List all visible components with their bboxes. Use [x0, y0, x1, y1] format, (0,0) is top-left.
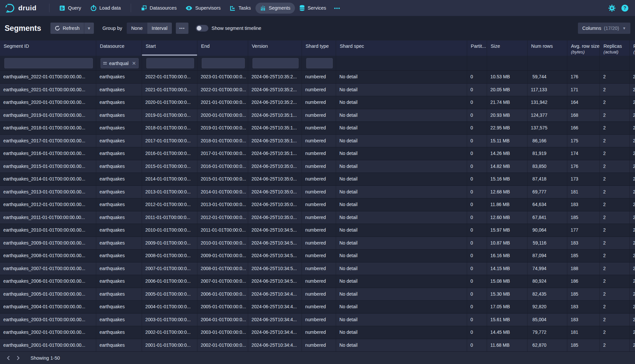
cell-segment_id: earthquakes_2018-01-01T00:00:00.00...	[0, 122, 96, 134]
cell-replicated: 2	[630, 173, 635, 185]
table-row[interactable]: earthquakes_2016-01-01T00:00:00.00...ear…	[0, 147, 635, 160]
toolbar-more-button[interactable]: •••	[176, 23, 188, 34]
header-version[interactable]: Version	[248, 40, 302, 56]
end-filter-input[interactable]	[202, 58, 245, 68]
cell-segment_id: earthquakes_2020-01-01T00:00:00.00...	[0, 96, 96, 109]
segment-id-filter-input[interactable]	[4, 58, 93, 68]
table-row[interactable]: earthquakes_2011-01-01T00:00:00.00...ear…	[0, 211, 635, 224]
cell-size: 20.93 MB	[487, 109, 528, 122]
group-by-none-button[interactable]: None	[127, 23, 147, 34]
cell-size: 14.45 MB	[487, 326, 528, 339]
cell-replicas: 2	[600, 339, 630, 352]
table-row[interactable]: earthquakes_2018-01-01T00:00:00.00...ear…	[0, 122, 635, 135]
cell-end: 2014-01-01T00:00:0...	[197, 186, 248, 198]
cell-version: 2024-06-25T10:35:0...	[248, 160, 302, 173]
services-icon	[300, 5, 305, 11]
cell-shard_type: numbered	[302, 275, 336, 288]
cell-version: 2024-06-25T10:35:0...	[248, 173, 302, 185]
cell-shard_spec: No detail	[336, 224, 467, 237]
previous-page-button[interactable]	[3, 353, 13, 363]
navbar-divider	[49, 4, 49, 12]
cell-datasource: earthquakes	[96, 96, 142, 109]
columns-button[interactable]: Columns (17/20) ▼	[578, 23, 630, 34]
table-row[interactable]: earthquakes_2010-01-01T00:00:00.00...ear…	[0, 224, 635, 237]
table-row[interactable]: earthquakes_2001-01-01T00:00:00.00...ear…	[0, 339, 635, 352]
table-row[interactable]: earthquakes_2009-01-01T00:00:00.00...ear…	[0, 237, 635, 250]
nav-item-datasources[interactable]: Datasources	[136, 3, 181, 14]
table-row[interactable]: earthquakes_2021-01-01T00:00:00.00...ear…	[0, 84, 635, 97]
segment-timeline-toggle[interactable]	[196, 25, 208, 32]
cell-shard_type: numbered	[302, 186, 336, 198]
table-row[interactable]: earthquakes_2015-01-01T00:00:00.00...ear…	[0, 160, 635, 173]
datasource-filter-input[interactable]: earthquake ✕	[101, 58, 139, 68]
header-size[interactable]: Size	[487, 40, 528, 56]
table-row[interactable]: earthquakes_2002-01-01T00:00:00.00...ear…	[0, 326, 635, 339]
cell-shard_type: numbered	[302, 211, 336, 224]
cell-shard_spec: No detail	[336, 186, 467, 198]
header-datasource[interactable]: Datasource	[96, 40, 142, 56]
cell-shard_type: numbered	[302, 262, 336, 275]
nav-item-load-data[interactable]: Load data	[86, 2, 126, 14]
table-row[interactable]: earthquakes_2020-01-01T00:00:00.00...ear…	[0, 96, 635, 109]
supervisors-icon	[186, 6, 192, 10]
cell-shard_type: numbered	[302, 160, 336, 173]
table-row[interactable]: earthquakes_2004-01-01T00:00:00.00...ear…	[0, 301, 635, 314]
table-row[interactable]: earthquakes_2008-01-01T00:00:00.00...ear…	[0, 250, 635, 262]
header-segment-id[interactable]: Segment ID	[0, 40, 96, 56]
table-row[interactable]: earthquakes_2019-01-01T00:00:00.00...ear…	[0, 109, 635, 122]
nav-item-query[interactable]: Query	[55, 3, 86, 14]
druid-logo[interactable]: druid	[5, 3, 36, 13]
nav-item-supervisors[interactable]: Supervisors	[181, 3, 225, 13]
refresh-button[interactable]: Refresh	[50, 23, 84, 34]
header-end[interactable]: End	[197, 40, 248, 56]
shard-type-filter-input[interactable]	[306, 58, 333, 68]
header-shard-spec[interactable]: Shard spec	[336, 40, 467, 56]
version-filter-input[interactable]	[252, 58, 299, 68]
cell-segment_id: earthquakes_2016-01-01T00:00:00.00...	[0, 147, 96, 160]
nav-item-tasks[interactable]: Tasks	[225, 3, 255, 14]
next-page-button[interactable]	[13, 353, 23, 363]
header-start[interactable]: Start	[142, 40, 197, 56]
table-row[interactable]: earthquakes_2014-01-01T00:00:00.00...ear…	[0, 173, 635, 186]
cell-end: 2015-01-01T00:00:0...	[197, 173, 248, 185]
cell-datasource: earthquakes	[96, 71, 142, 83]
header-replicas[interactable]: Replicas(actual)	[600, 40, 630, 56]
cell-start: 2005-01-01T00:00:0...	[142, 288, 197, 301]
refresh-caret-button[interactable]: ▾	[84, 23, 94, 34]
cell-end: 2005-01-01T00:00:0...	[197, 301, 248, 313]
cell-version: 2024-06-25T10:34:4...	[248, 301, 302, 313]
segments-toolbar: Segments Refresh ▾ Group by None Interva…	[0, 16, 635, 40]
table-row[interactable]: earthquakes_2012-01-01T00:00:00.00...ear…	[0, 198, 635, 211]
header-replicated[interactable]: R(	[630, 40, 635, 56]
header-num-rows[interactable]: Num rows	[528, 40, 567, 56]
cell-size: 14.82 MB	[487, 160, 528, 173]
cell-size: 21.74 MB	[487, 96, 528, 109]
cell-segment_id: earthquakes_2003-01-01T00:00:00.00...	[0, 314, 96, 326]
table-row[interactable]: earthquakes_2013-01-01T00:00:00.00...ear…	[0, 186, 635, 199]
table-row[interactable]: earthquakes_2007-01-01T00:00:00.00...ear…	[0, 262, 635, 275]
nav-more-icon[interactable]: •••	[331, 3, 344, 14]
cell-end: 2020-01-01T00:00:0...	[197, 109, 248, 122]
cell-datasource: earthquakes	[96, 147, 142, 160]
cell-partition: 0	[467, 237, 487, 250]
nav-item-services[interactable]: Services	[295, 2, 331, 14]
cell-shard_spec: No detail	[336, 109, 467, 122]
cell-num_rows: 81,919	[528, 147, 567, 160]
table-row[interactable]: earthquakes_2017-01-01T00:00:00.00...ear…	[0, 135, 635, 148]
nav-item-segments[interactable]: Segments	[255, 3, 295, 14]
header-avg-row-size[interactable]: Avg. row size(bytes)	[567, 40, 600, 56]
cell-segment_id: earthquakes_2008-01-01T00:00:00.00...	[0, 250, 96, 262]
table-row[interactable]: earthquakes_2006-01-01T00:00:00.00...ear…	[0, 275, 635, 288]
table-row[interactable]: earthquakes_2022-01-01T00:00:00.00...ear…	[0, 71, 635, 84]
table-row[interactable]: earthquakes_2005-01-01T00:00:00.00...ear…	[0, 288, 635, 301]
clear-filter-icon[interactable]: ✕	[132, 60, 136, 66]
cell-datasource: earthquakes	[96, 250, 142, 262]
cell-num_rows: 74,994	[528, 262, 567, 275]
group-by-interval-button[interactable]: Interval	[147, 23, 172, 34]
header-shard-type[interactable]: Shard type	[302, 40, 336, 56]
table-row[interactable]: earthquakes_2003-01-01T00:00:00.00...ear…	[0, 314, 635, 327]
help-icon[interactable]: ?	[621, 5, 628, 12]
header-partition[interactable]: Partit...	[467, 40, 487, 56]
settings-gear-icon[interactable]	[608, 5, 615, 12]
start-filter-input[interactable]	[146, 58, 194, 68]
